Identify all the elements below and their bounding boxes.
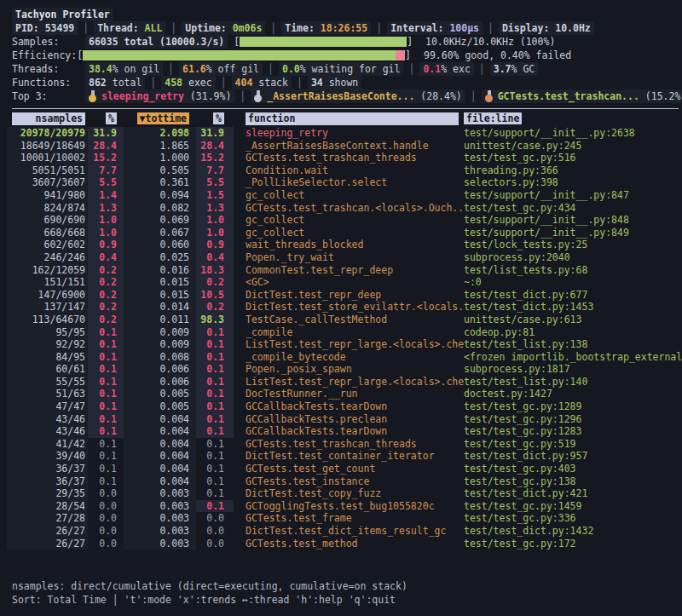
table-row[interactable]: 28/540.00.0030.1GCTogglingTests.test_bug… bbox=[0, 500, 682, 513]
cell-file-line: test/test_gc.py:1283 bbox=[464, 425, 682, 438]
separator-bar: │ bbox=[479, 63, 485, 75]
cell-file-line: test/test_gc.py:434 bbox=[464, 202, 682, 215]
cell-pct-direct: 1.0 bbox=[88, 214, 124, 227]
cell-pct-cumulative: 0.1 bbox=[196, 450, 234, 463]
column-header-file-line[interactable]: file:line bbox=[464, 112, 682, 127]
cell-pct-cumulative: 0.0 bbox=[196, 525, 234, 538]
table-row[interactable]: 137/1470.20.0140.2DictTest.test_store_ev… bbox=[0, 301, 682, 314]
table-row[interactable]: 41/420.10.0040.1GCTests.test_trashcan_th… bbox=[0, 438, 682, 451]
efficiency-summary: 99.60% good, 0.40% failed bbox=[424, 49, 571, 61]
table-row[interactable]: 47/470.10.0050.1GCCallbackTests.tearDown… bbox=[0, 400, 682, 413]
table-row[interactable]: 60/610.10.0060.1Popen._posix_spawnsubpro… bbox=[0, 363, 682, 376]
table-row[interactable]: 10001/1000215.21.00015.2GCTests.test_tra… bbox=[0, 152, 682, 164]
cell-pct-direct: 0.0 bbox=[88, 500, 124, 513]
cell-file-line: test/test_gc.py:1289 bbox=[464, 400, 682, 413]
cell-nsamples: 26/27 bbox=[7, 525, 88, 538]
table-row[interactable]: 55/550.10.0060.1ListTest.test_repr_large… bbox=[0, 376, 682, 389]
table-row[interactable]: 668/6681.00.0671.0gc_collecttest/support… bbox=[0, 227, 682, 239]
table-row[interactable]: 113/646700.20.01198.3TestCase._callTestM… bbox=[0, 314, 682, 326]
separator-bar: │ bbox=[221, 77, 227, 89]
cell-function: DictTest.test_store_evilattr.<locals... bbox=[234, 301, 464, 314]
table-row[interactable]: 941/9801.40.0941.5gc_collecttest/support… bbox=[0, 189, 682, 202]
cell-pct-cumulative: 1.5 bbox=[196, 189, 234, 202]
cell-tottime: 0.004 bbox=[124, 450, 196, 463]
table-row[interactable]: 84/950.10.0080.1_compile_bytecode<frozen… bbox=[0, 351, 682, 364]
cell-tottime: 0.025 bbox=[124, 251, 196, 264]
table-row[interactable]: 36/370.10.0040.1GCTests.test_get_countte… bbox=[0, 463, 682, 475]
footer-section: nsamples: direct/cumulative (direct=exec… bbox=[0, 580, 682, 607]
samples-rate: 10.0KHz/10.0KHz (100%) bbox=[425, 36, 555, 48]
top3-percent: (15.2%) bbox=[645, 90, 682, 102]
cell-nsamples: 84/95 bbox=[7, 351, 88, 364]
cell-pct-cumulative: 0.1 bbox=[196, 487, 234, 500]
column-header-pct-cumulative[interactable]: % bbox=[196, 112, 234, 127]
table-row[interactable]: 43/460.10.0040.1GCCallbackTests.preclean… bbox=[0, 413, 682, 426]
cell-nsamples: 43/46 bbox=[7, 413, 88, 426]
top3-function-name: _AssertRaisesBaseConte... bbox=[267, 90, 420, 102]
cell-file-line: test/test_gc.py:138 bbox=[464, 475, 682, 488]
table-row[interactable]: 20978/2097931.92.09831.9sleeping_retryte… bbox=[0, 127, 682, 140]
table-row[interactable]: 26/270.00.0030.0GCTests.test_methodtest/… bbox=[0, 538, 682, 550]
separator-bar: │ bbox=[270, 22, 276, 34]
table-row[interactable]: 18649/1864928.41.86528.4_AssertRaisesBas… bbox=[0, 140, 682, 153]
cell-file-line: subprocess.py:1817 bbox=[464, 363, 682, 376]
column-header-pct-direct[interactable]: % bbox=[88, 112, 124, 127]
cell-file-line: codeop.py:81 bbox=[464, 326, 682, 339]
cell-file-line: test/support/__init__.py:849 bbox=[464, 227, 682, 239]
cell-function: GCTests.test_instance bbox=[234, 475, 464, 488]
table-row[interactable]: 36/370.10.0040.1GCTests.test_instancetes… bbox=[0, 475, 682, 488]
cell-nsamples: 147/6900 bbox=[7, 289, 88, 302]
bar-close-bracket: ] bbox=[405, 49, 411, 61]
samples-total: 66035 total (10000.3/s) bbox=[85, 35, 228, 49]
cell-nsamples: 137/147 bbox=[7, 301, 88, 314]
cell-file-line: test/support/__init__.py:847 bbox=[464, 189, 682, 202]
table-row[interactable]: 5051/50517.70.5057.7Condition.waitthread… bbox=[0, 164, 682, 177]
top3-items: sleeping_retry (31.9%)│_AssertRaisesBase… bbox=[85, 90, 682, 102]
cell-tottime: 0.003 bbox=[124, 487, 196, 500]
silver-medal-icon bbox=[254, 90, 263, 102]
cell-tottime: 0.067 bbox=[124, 227, 196, 239]
table-row[interactable]: 27/280.00.0030.0GCTests.test_frametest/t… bbox=[0, 512, 682, 525]
cell-nsamples: 36/37 bbox=[7, 463, 88, 475]
cell-pct-direct: 0.1 bbox=[88, 463, 124, 475]
cell-file-line: test/list_tests.py:68 bbox=[464, 264, 682, 277]
cell-nsamples: 51/63 bbox=[7, 388, 88, 400]
table-row[interactable]: 602/6020.90.0600.9wait_threads_blockedte… bbox=[0, 239, 682, 251]
cell-pct-cumulative: 0.1 bbox=[196, 475, 234, 488]
column-header-nsamples[interactable]: nsamples bbox=[7, 112, 88, 127]
table-row[interactable]: 43/460.10.0040.1GCCallbackTests.tearDown… bbox=[0, 425, 682, 438]
table-row[interactable]: 95/950.10.0090.1_compilecodeop.py:81 bbox=[0, 326, 682, 339]
table-row[interactable]: 51/630.10.0050.1DocTestRunner.__rundocte… bbox=[0, 388, 682, 400]
header-section: Tachyon Profiler PID: 53499│Thread: ALL│… bbox=[0, 0, 682, 103]
table-row[interactable]: 824/8741.30.0821.3GCTests.test_trashcan.… bbox=[0, 202, 682, 215]
cell-tottime: 0.003 bbox=[124, 538, 196, 550]
table-row[interactable]: 26/270.00.0030.0DictTest.test_dict_items… bbox=[0, 525, 682, 538]
stat-value: 458 bbox=[165, 77, 182, 89]
table-row[interactable]: 92/920.10.0090.1ListTest.test_repr_large… bbox=[0, 338, 682, 351]
cell-pct-direct: 0.1 bbox=[88, 413, 124, 426]
cell-nsamples: 36/37 bbox=[7, 475, 88, 488]
table-row[interactable]: 39/400.10.0040.1DictTest.test_container_… bbox=[0, 450, 682, 463]
cell-pct-direct: 0.2 bbox=[88, 276, 124, 289]
cell-pct-cumulative: 0.1 bbox=[196, 363, 234, 376]
column-header-function[interactable]: function bbox=[234, 112, 464, 127]
table-row[interactable]: 3607/36075.50.3615.5_PollLikeSelector.se… bbox=[0, 176, 682, 189]
separator-bar: │ bbox=[240, 90, 246, 102]
table-row[interactable]: 246/2460.40.0250.4Popen._try_waitsubproc… bbox=[0, 251, 682, 264]
table-row[interactable]: 151/1510.20.0150.2<GC>~:0 bbox=[0, 276, 682, 289]
table-row[interactable]: 29/350.00.0030.1DictTest.test_copy_fuzzt… bbox=[0, 487, 682, 500]
cell-tottime: 1.865 bbox=[124, 140, 196, 153]
cell-pct-cumulative: 18.3 bbox=[196, 264, 234, 277]
cell-function: DictTest.test_repr_deep bbox=[234, 289, 464, 302]
cell-file-line: test/test_dict.py:957 bbox=[464, 450, 682, 463]
cell-nsamples: 28/54 bbox=[7, 500, 88, 513]
table-row[interactable]: 690/6901.00.0691.0gc_collecttest/support… bbox=[0, 214, 682, 227]
table-row[interactable]: 162/120590.20.01618.3CommonTest.test_rep… bbox=[0, 264, 682, 277]
cell-nsamples: 60/61 bbox=[7, 363, 88, 376]
table-row[interactable]: 147/69000.20.01510.5DictTest.test_repr_d… bbox=[0, 289, 682, 302]
cell-pct-cumulative: 0.2 bbox=[196, 276, 234, 289]
cell-tottime: 0.015 bbox=[124, 289, 196, 302]
efficiency-bar: [] bbox=[77, 49, 411, 61]
column-header-tottime-sorted[interactable]: ▼tottime bbox=[124, 112, 196, 127]
cell-nsamples: 246/246 bbox=[7, 251, 88, 264]
